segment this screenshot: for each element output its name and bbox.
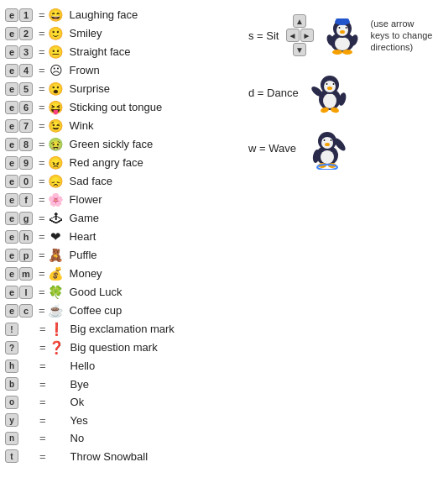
svg-point-22	[332, 83, 334, 85]
svg-point-11	[332, 50, 342, 55]
equals-sign: =	[39, 228, 45, 245]
emote-row: e2=🙂Smiley	[5, 25, 240, 42]
key-box: e	[5, 156, 18, 170]
key-box: 9	[19, 156, 33, 170]
emote-label: Puffle	[70, 247, 97, 264]
emote-row: el=🍀Good Luck	[5, 284, 240, 301]
key-combo: ec	[5, 304, 33, 318]
key-box: f	[19, 193, 33, 207]
equals-sign: =	[39, 44, 45, 60]
key-combo: b	[5, 377, 34, 391]
svg-point-35	[330, 139, 331, 141]
emote-icon: 🧸	[48, 247, 65, 264]
key-box: e	[5, 230, 18, 244]
emote-label: Bye	[70, 376, 89, 393]
equals-sign: =	[39, 155, 45, 171]
emote-row: !=❗Big exclamation mark	[5, 321, 240, 338]
w-label: w = Wave	[248, 142, 296, 155]
key-combo: e1	[5, 8, 33, 22]
penguin-sit	[324, 13, 361, 57]
svg-point-23	[327, 87, 332, 90]
key-combo: ep	[5, 249, 33, 262]
equals-sign: =	[39, 376, 46, 393]
key-combo: !	[5, 323, 34, 336]
emote-label: Coffee cup	[70, 302, 123, 319]
penguin-wave-svg	[309, 126, 346, 170]
emote-row: n=No	[5, 430, 240, 447]
key-box: 8	[19, 138, 33, 151]
equals-sign: =	[39, 339, 46, 356]
emotes-list: e1=😄Laughing facee2=🙂Smileye3=😐Straight …	[5, 7, 240, 466]
key-box: c	[19, 304, 33, 318]
svg-point-16	[323, 93, 336, 108]
emote-icon: 😄	[48, 7, 65, 24]
emote-row: y=Yes	[5, 412, 240, 429]
emote-label: Sad face	[70, 173, 112, 190]
penguin-dance	[309, 71, 351, 114]
key-combo: eh	[5, 230, 33, 244]
anim-d-row: d = Dance	[248, 71, 433, 114]
emote-label: Money	[70, 265, 102, 282]
key-box: e	[5, 101, 18, 114]
emote-icon: 🤢	[48, 136, 65, 153]
equals-sign: =	[39, 136, 45, 153]
emote-row: h=Hello	[5, 358, 240, 375]
svg-point-12	[342, 50, 352, 55]
emote-row: e8=🤢Green sickly face	[5, 136, 240, 153]
equals-sign: =	[39, 358, 46, 375]
penguin-sit-svg	[324, 13, 361, 57]
arrow-right-button[interactable]: ►	[300, 29, 314, 42]
key-box: 6	[19, 101, 33, 114]
emote-icon: ❓	[49, 339, 65, 356]
equals-sign: =	[39, 81, 45, 97]
svg-point-5	[338, 27, 340, 29]
key-box: l	[19, 286, 33, 299]
equals-sign: =	[39, 302, 45, 319]
key-combo: e7	[5, 119, 33, 133]
emote-row: e5=😮Surprise	[5, 81, 240, 97]
key-box: e	[5, 286, 18, 299]
key-box: 7	[19, 119, 33, 133]
emote-row: eh=❤Heart	[5, 228, 240, 245]
emote-icon: 😉	[48, 118, 65, 134]
key-box: h	[5, 360, 18, 373]
emote-row: ?=❓Big question mark	[5, 339, 240, 356]
penguin-dance-svg	[311, 71, 348, 114]
emote-icon: 🌸	[48, 192, 65, 208]
sit-label: s = Sit	[248, 29, 279, 42]
emote-icon: 🕹	[48, 210, 65, 227]
equals-sign: =	[39, 412, 46, 429]
key-box: 4	[19, 64, 33, 77]
emote-icon: ❤	[48, 228, 65, 245]
emote-label: Throw Snowball	[70, 449, 149, 465]
svg-point-29	[321, 150, 334, 164]
key-box: e	[5, 212, 18, 225]
equals-sign: =	[39, 7, 45, 24]
emote-label: Sticking out tongue	[70, 99, 163, 116]
emote-row: em=💰Money	[5, 265, 240, 282]
key-box: b	[5, 377, 18, 391]
equals-sign: =	[39, 430, 46, 447]
emote-icon: ❗	[49, 321, 65, 338]
key-box: e	[5, 193, 18, 207]
emote-label: Flower	[70, 192, 102, 208]
key-combo: e5	[5, 82, 33, 96]
key-box: e	[5, 64, 18, 77]
equals-sign: =	[39, 62, 45, 79]
key-box: ?	[5, 341, 18, 354]
emote-icon: 💰	[48, 265, 65, 282]
key-combo: n	[5, 432, 34, 445]
arrow-left-button[interactable]: ◄	[286, 29, 300, 42]
equals-sign: =	[39, 394, 46, 411]
arrow-down-button[interactable]: ▼	[293, 43, 306, 56]
equals-sign: =	[39, 173, 45, 190]
arrow-up-button[interactable]: ▲	[293, 14, 306, 28]
equals-sign: =	[39, 265, 45, 282]
key-combo: e6	[5, 101, 33, 114]
emote-label: Laughing face	[70, 7, 138, 24]
svg-point-8	[340, 30, 345, 34]
equals-sign: =	[39, 192, 45, 208]
key-combo: e0	[5, 175, 33, 188]
emote-label: Smiley	[70, 25, 102, 42]
key-box: 5	[19, 82, 33, 96]
